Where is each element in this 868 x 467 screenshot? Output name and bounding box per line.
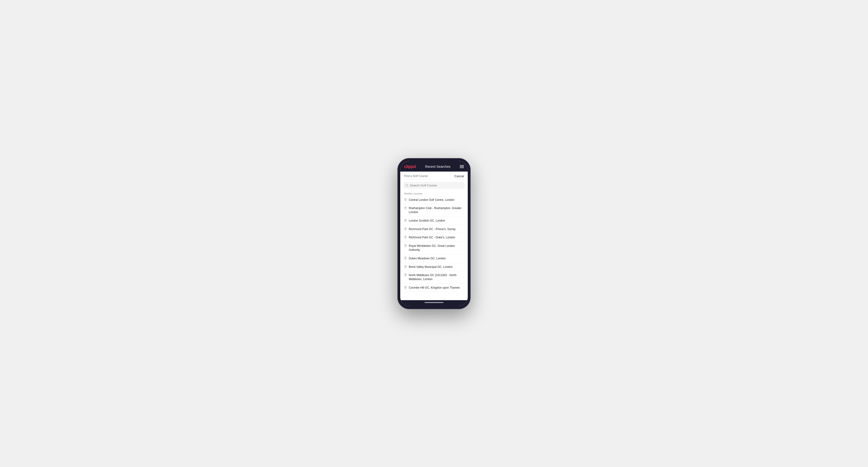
course-list-item[interactable]: Richmond Park GC - Duke's, London (400, 234, 468, 242)
course-name-text: North Middlesex GC (1011942 - North Midd… (409, 273, 464, 281)
course-list-item[interactable]: Royal Wimbledon GC, Great London Authori… (400, 242, 468, 254)
find-label: Find a Golf Course (404, 175, 428, 178)
svg-point-11 (405, 287, 406, 287)
svg-point-10 (405, 275, 406, 275)
course-list-item[interactable]: Central London Golf Centre, London (400, 196, 468, 205)
svg-point-5 (405, 228, 406, 229)
search-icon (405, 184, 408, 187)
course-list-item[interactable]: London Scottish GC, London (400, 217, 468, 225)
course-name-text: Dukes Meadows GC, London (409, 256, 446, 260)
course-list-item[interactable]: Brent Valley Municipal GC, London (400, 263, 468, 271)
hamburger-line-3 (460, 167, 464, 168)
course-list-item[interactable]: Richmond Park GC - Prince's, Surrey (400, 225, 468, 234)
location-pin-icon (404, 274, 407, 277)
location-pin-icon (404, 219, 407, 222)
location-pin-icon (404, 236, 407, 239)
svg-point-4 (405, 220, 406, 220)
search-input-wrapper (403, 182, 465, 189)
location-pin-icon (404, 207, 407, 210)
location-pin-icon (404, 244, 407, 248)
svg-line-1 (408, 186, 408, 186)
course-list-item[interactable]: North Middlesex GC (1011942 - North Midd… (400, 271, 468, 284)
course-list: Central London Golf Centre, LondonRoeham… (400, 196, 468, 300)
phone-screen: clippd Recent Searches Find a Golf Cours… (400, 161, 468, 306)
course-list-item[interactable]: Coombe Hill GC, Kingston upon Thames (400, 284, 468, 292)
nav-bar: clippd Recent Searches (400, 161, 468, 172)
content-area: Find a Golf Course Cancel Nearby courses (400, 172, 468, 300)
svg-point-0 (406, 184, 408, 186)
search-container (400, 180, 468, 191)
phone-frame: clippd Recent Searches Find a Golf Cours… (397, 158, 471, 309)
location-pin-icon (404, 198, 407, 201)
location-pin-icon (404, 227, 407, 231)
nav-title: Recent Searches (425, 165, 450, 168)
course-name-text: Coombe Hill GC, Kingston upon Thames (409, 286, 460, 290)
location-pin-icon (404, 286, 407, 289)
course-name-text: Brent Valley Municipal GC, London (409, 265, 453, 269)
cancel-button[interactable]: Cancel (455, 175, 464, 178)
course-name-text: Richmond Park GC - Prince's, Surrey (409, 227, 456, 231)
location-pin-icon (404, 257, 407, 260)
course-list-item[interactable]: Dukes Meadows GC, London (400, 254, 468, 263)
svg-point-9 (405, 266, 406, 267)
nearby-courses-label: Nearby courses (400, 191, 468, 196)
course-name-text: Roehampton Club - Roehampton, Greater Lo… (409, 206, 464, 214)
home-bar (425, 302, 443, 303)
app-logo: clippd (404, 164, 416, 169)
home-indicator-area (400, 300, 468, 306)
course-name-text: London Scottish GC, London (409, 219, 445, 223)
find-header: Find a Golf Course Cancel (400, 172, 468, 180)
course-name-text: Royal Wimbledon GC, Great London Authori… (409, 244, 464, 252)
course-name-text: Richmond Park GC - Duke's, London (409, 236, 455, 240)
svg-point-3 (405, 207, 406, 208)
app-screen: clippd Recent Searches Find a Golf Cours… (400, 161, 468, 306)
svg-point-6 (405, 237, 406, 238)
search-input[interactable] (410, 184, 463, 187)
hamburger-menu-button[interactable] (460, 165, 464, 168)
hamburger-line-2 (460, 166, 464, 167)
svg-point-2 (405, 199, 406, 199)
course-name-text: Central London Golf Centre, London (409, 198, 454, 202)
svg-point-8 (405, 257, 406, 258)
location-pin-icon (404, 265, 407, 269)
hamburger-line-1 (460, 165, 464, 166)
course-list-item[interactable]: Roehampton Club - Roehampton, Greater Lo… (400, 204, 468, 217)
svg-point-7 (405, 245, 406, 246)
